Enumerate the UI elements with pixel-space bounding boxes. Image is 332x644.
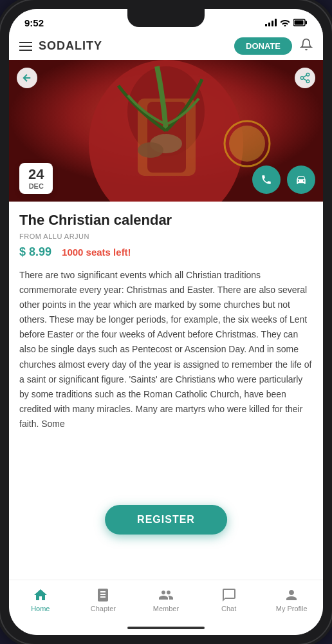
nav-item-profile[interactable]: My Profile bbox=[272, 587, 311, 612]
phone-screen: 9:52 bbox=[9, 9, 323, 635]
nav-item-chat[interactable]: Chat bbox=[210, 587, 248, 612]
nav-item-member[interactable]: Member bbox=[147, 587, 185, 612]
phone-frame: 9:52 bbox=[0, 0, 332, 644]
svg-rect-1 bbox=[306, 21, 308, 24]
svg-rect-2 bbox=[295, 21, 304, 25]
event-price-row: $ 8.99 1000 seats left! bbox=[19, 245, 313, 259]
svg-point-9 bbox=[138, 142, 163, 158]
event-details: The Christian calendar FROM ALLU ARJUN $… bbox=[9, 202, 323, 483]
car-button[interactable] bbox=[287, 166, 315, 194]
chat-icon bbox=[221, 587, 237, 603]
bottom-nav: Home Chapter Member Chat bbox=[9, 580, 323, 621]
member-icon bbox=[158, 587, 174, 603]
member-label: Member bbox=[153, 605, 179, 612]
event-author: FROM ALLU ARJUN bbox=[19, 232, 313, 240]
signal-icon bbox=[265, 19, 277, 26]
event-title: The Christian calendar bbox=[19, 212, 313, 229]
battery-icon bbox=[293, 19, 308, 26]
nav-left: SODALITY bbox=[19, 39, 102, 53]
phone-button[interactable] bbox=[252, 166, 281, 194]
home-bar bbox=[127, 627, 205, 629]
hamburger-menu-button[interactable] bbox=[19, 42, 32, 51]
top-nav: SODALITY DONATE bbox=[9, 32, 323, 60]
hero-image: 24 DEC bbox=[9, 60, 323, 202]
back-button[interactable] bbox=[17, 68, 37, 88]
register-button[interactable]: REGISTER bbox=[105, 505, 227, 535]
notch bbox=[127, 9, 205, 27]
home-icon bbox=[33, 587, 48, 603]
donate-button[interactable]: DONATE bbox=[234, 37, 292, 55]
hero-actions bbox=[252, 166, 315, 194]
nav-item-chapter[interactable]: Chapter bbox=[84, 587, 122, 612]
chapter-icon bbox=[95, 587, 111, 603]
seats-left: 1000 seats left! bbox=[62, 247, 131, 258]
svg-line-15 bbox=[303, 79, 306, 80]
event-description: There are two significant events which a… bbox=[19, 268, 313, 431]
svg-line-16 bbox=[303, 75, 306, 77]
nav-item-home[interactable]: Home bbox=[21, 587, 60, 612]
svg-point-14 bbox=[306, 80, 309, 83]
nav-right: DONATE bbox=[234, 37, 313, 55]
app-title: SODALITY bbox=[39, 39, 102, 53]
status-icons bbox=[265, 19, 308, 26]
svg-point-11 bbox=[229, 126, 265, 162]
profile-icon bbox=[284, 587, 299, 603]
bell-icon[interactable] bbox=[300, 38, 313, 54]
home-label: Home bbox=[31, 605, 50, 612]
svg-point-12 bbox=[306, 73, 309, 77]
home-indicator bbox=[9, 621, 323, 635]
chapter-label: Chapter bbox=[91, 605, 116, 612]
register-button-container: REGISTER bbox=[105, 505, 227, 535]
chat-label: Chat bbox=[221, 605, 236, 612]
svg-point-13 bbox=[300, 77, 304, 80]
content-area: 24 DEC bbox=[9, 60, 323, 580]
profile-label: My Profile bbox=[276, 605, 308, 612]
status-time: 9:52 bbox=[24, 17, 44, 28]
share-button[interactable] bbox=[295, 68, 315, 88]
date-day: 24 bbox=[28, 167, 44, 182]
date-badge: 24 DEC bbox=[19, 163, 53, 194]
event-price: $ 8.99 bbox=[19, 245, 51, 259]
date-month: DEC bbox=[28, 182, 44, 190]
wifi-icon bbox=[280, 19, 290, 26]
